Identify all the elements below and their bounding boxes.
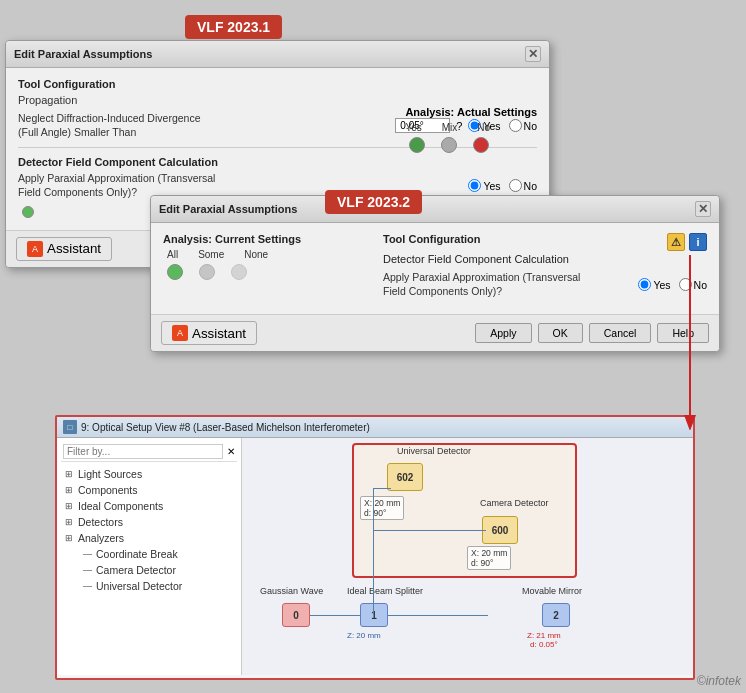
filter-bar: ✕ [61,442,237,462]
analysis-panel: Analysis: Current Settings All Some None [163,233,363,304]
info-badge: i [689,233,707,251]
movable-mirror-box[interactable]: 2 [542,603,570,627]
tree-label-cb: Coordinate Break [96,548,178,560]
assistant-icon-1: A [27,241,43,257]
assistant-button-1[interactable]: A Assistant [16,237,112,261]
optical-body: ✕ ⊞ Light Sources ⊞ Components ⊞ Ideal C… [57,438,693,675]
tree-toggle-ideal: ⊞ [65,501,75,511]
yes-col: Yes [405,122,421,133]
beam-line-vertical [373,488,374,615]
tree-light-sources[interactable]: ⊞ Light Sources [61,466,237,482]
yes-radio-2[interactable]: Yes [468,179,500,192]
dialog1-close[interactable]: ✕ [525,46,541,62]
actual-indicators [405,137,537,153]
tree-label-light: Light Sources [78,468,142,480]
badge-group: ⚠ i [667,233,707,251]
watermark: ©infotek [697,674,741,688]
assistant-button-2[interactable]: A Assistant [161,321,257,345]
no-indicator [473,137,489,153]
no-radio-2[interactable]: No [509,179,537,192]
tree-ideal-components[interactable]: ⊞ Ideal Components [61,498,237,514]
paraxial-indicator [22,206,34,218]
tool-config-label-2: Tool Configuration [383,233,481,245]
analysis-cols: Yes Mix No [405,122,537,133]
apply-paraxial-label-2: Apply Paraxial Approximation (Transversa… [383,271,583,298]
all-col: All [167,249,178,260]
all-indicator [167,264,183,280]
camera-detector-label: Camera Detector [480,498,549,508]
dialog2-titlebar: Edit Paraxial Assumptions ✕ [151,196,719,223]
no-radio-3[interactable]: No [679,278,707,291]
dialog-paraxial-2: Edit Paraxial Assumptions ✕ Analysis: Cu… [150,195,720,352]
dialog1-title: Edit Paraxial Assumptions [14,48,152,60]
analysis-actual-label: Analysis: Actual Settings [405,106,537,118]
tree-analyzers[interactable]: ⊞ Analyzers [61,530,237,546]
tree-toggle-analyzers: ⊞ [65,533,75,543]
apply-paraxial-row-2: Apply Paraxial Approximation (Transversa… [383,271,707,298]
dialog2-body: Analysis: Current Settings All Some None… [151,223,719,314]
universal-detector-note: X: 20 mmd: 90° [360,496,404,520]
filter-close[interactable]: ✕ [227,446,235,457]
optical-window-title: 9: Optical Setup View #8 (Laser-Based Mi… [81,422,370,433]
vlf-badge-2: VLF 2023.2 [325,190,422,214]
mix-indicator [441,137,457,153]
assistant-icon-2: A [172,325,188,341]
ok-button[interactable]: OK [538,323,583,343]
tree-toggle-light: ⊞ [65,469,75,479]
tree-label-ud: Universal Detector [96,580,182,592]
yes-no-radio-3: Yes No [638,278,707,291]
optical-setup-window: □ 9: Optical Setup View #8 (Laser-Based … [55,415,695,680]
tree-toggle-cd: — [83,565,93,575]
tool-config-title: Tool Configuration [18,78,537,90]
tree-coordinate-break[interactable]: — Coordinate Break [61,546,237,562]
help-button[interactable]: Help [657,323,709,343]
tree-toggle-cb: — [83,549,93,559]
camera-detector-box[interactable]: 600 [482,516,518,544]
tree-label-cd: Camera Detector [96,564,176,576]
sidebar: ✕ ⊞ Light Sources ⊞ Components ⊞ Ideal C… [57,438,242,675]
current-indicators [163,264,363,280]
apply-button-2[interactable]: Apply [475,323,531,343]
tree-camera-detector[interactable]: — Camera Detector [61,562,237,578]
none-col: None [244,249,268,260]
tree-components[interactable]: ⊞ Components [61,482,237,498]
some-col: Some [198,249,224,260]
dialog2-close[interactable]: ✕ [695,201,711,217]
assistant-label-2: Assistant [192,326,246,341]
yes-radio-3[interactable]: Yes [638,278,670,291]
warning-badge: ⚠ [667,233,685,251]
ideal-beam-splitter-box[interactable]: 1 [360,603,388,627]
tree-label-ideal: Ideal Components [78,500,163,512]
gaussian-wave-box[interactable]: 0 [282,603,310,627]
tree-label-components: Components [78,484,138,496]
tree-detectors[interactable]: ⊞ Detectors [61,514,237,530]
tree-universal-detector[interactable]: — Universal Detector [61,578,237,594]
beam-line-2 [388,615,488,616]
cancel-button[interactable]: Cancel [589,323,652,343]
dialog2-title: Edit Paraxial Assumptions [159,203,297,215]
universal-detector-box[interactable]: 602 [387,463,423,491]
camera-detector-note: X: 20 mmd: 90° [467,546,511,570]
analysis-actual-section: Analysis: Actual Settings Yes Mix No [405,106,537,153]
universal-detector-label: Universal Detector [397,446,471,456]
some-indicator [199,264,215,280]
dialog1-titlebar: Edit Paraxial Assumptions ✕ [6,41,549,68]
tree-toggle-components: ⊞ [65,485,75,495]
tree-label-detectors: Detectors [78,516,123,528]
tree-label-analyzers: Analyzers [78,532,124,544]
beam-line-1 [310,615,365,616]
ideal-beam-splitter-label: Ideal Beam Splitter [347,586,423,596]
footer-buttons: Apply OK Cancel Help [475,323,709,343]
filter-input[interactable] [63,444,223,459]
detector-field-label-2: Detector Field Component Calculation [383,253,707,265]
vlf-badge-1: VLF 2023.1 [185,15,282,39]
beam-line-3 [373,488,391,489]
tree-toggle-ud: — [83,581,93,591]
assistant-label-1: Assistant [47,241,101,256]
analysis-current-label: Analysis: Current Settings [163,233,363,245]
canvas-area: Universal Detector 602 X: 20 mmd: 90° Ca… [242,438,693,675]
beam-splitter-note: Z: 20 mm [347,631,381,640]
yes-indicator [409,137,425,153]
detector-field-title: Detector Field Component Calculation [18,156,537,168]
mix-col: Mix [442,122,458,133]
